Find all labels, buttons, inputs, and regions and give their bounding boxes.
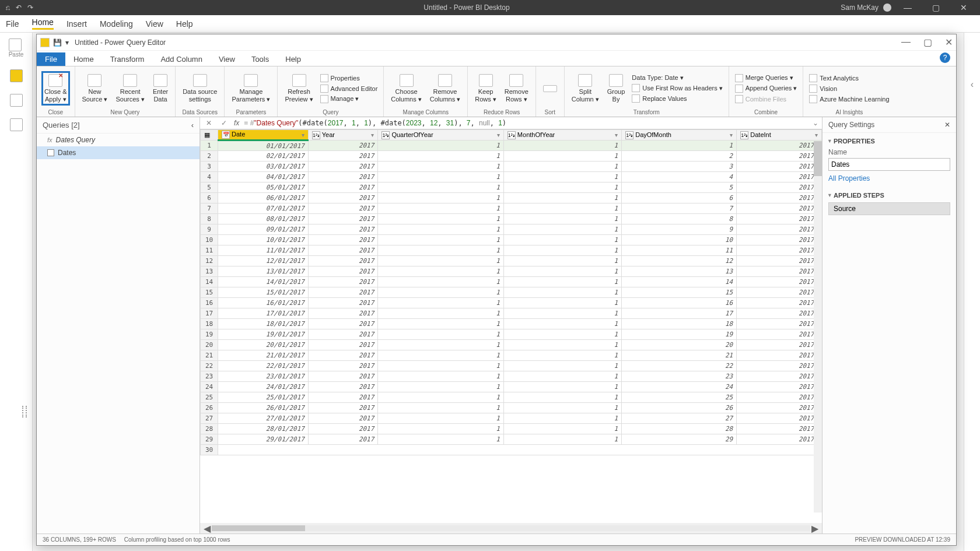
cell-month[interactable]: 1 <box>503 424 621 434</box>
row-header[interactable]: 30 <box>201 445 218 455</box>
menu-view[interactable]: View <box>146 19 163 29</box>
properties-section-title[interactable]: PROPERTIES <box>828 138 950 145</box>
cell-year[interactable]: 2017 <box>308 183 377 193</box>
cell-quarter[interactable]: 1 <box>378 392 503 403</box>
cell-dateint[interactable]: 20170 <box>737 413 822 424</box>
cell-date[interactable]: 03/01/2017 <box>218 162 309 172</box>
type-icon[interactable]: 1²₃ <box>312 131 320 139</box>
row-header[interactable]: 18 <box>201 319 218 329</box>
cell-year[interactable]: 2017 <box>308 329 377 340</box>
cell-day[interactable]: 1 <box>622 141 737 151</box>
row-header[interactable]: 9 <box>201 224 218 235</box>
column-header-quarterofyear[interactable]: 1²₃ QuarterOfYear▾ <box>378 130 503 141</box>
row-header[interactable]: 10 <box>201 235 218 245</box>
type-icon[interactable]: 1²₃ <box>382 131 390 139</box>
cell-day[interactable]: 9 <box>622 224 737 235</box>
cell-year[interactable]: 2017 <box>308 162 377 172</box>
cell-date[interactable]: 19/01/2017 <box>218 329 309 340</box>
data-type-dropdown[interactable]: Data Type: Date ▾ <box>631 73 723 82</box>
cell-quarter[interactable]: 1 <box>378 382 503 392</box>
row-header[interactable]: 11 <box>201 245 218 256</box>
append-queries-button[interactable]: Append Queries ▾ <box>734 84 799 93</box>
enter-data-button[interactable]: Enter Data <box>150 73 170 103</box>
cell-month[interactable]: 1 <box>503 172 621 183</box>
first-row-headers-button[interactable]: Use First Row as Headers ▾ <box>631 83 723 93</box>
table-row[interactable]: 10 10/01/2017 2017 1 1 10 20170 <box>201 235 822 245</box>
column-header-date[interactable]: 📅 Date▾ <box>218 130 309 141</box>
table-row[interactable]: 12 12/01/2017 2017 1 1 12 20170 <box>201 256 822 266</box>
row-header[interactable]: 2 <box>201 151 218 162</box>
cell-quarter[interactable]: 1 <box>378 162 503 172</box>
cell-date[interactable]: 09/01/2017 <box>218 224 309 235</box>
cell-month[interactable]: 1 <box>503 350 621 361</box>
row-header[interactable]: 20 <box>201 340 218 350</box>
cell-month[interactable]: 1 <box>503 193 621 203</box>
table-row[interactable]: 25 25/01/2017 2017 1 1 25 20170 <box>201 392 822 403</box>
table-row[interactable]: 6 06/01/2017 2017 1 1 6 20170 <box>201 193 822 203</box>
cell-dateint[interactable]: 20170 <box>737 392 822 403</box>
table-row[interactable]: 14 14/01/2017 2017 1 1 14 20170 <box>201 277 822 287</box>
table-row[interactable]: 9 09/01/2017 2017 1 1 9 20170 <box>201 224 822 235</box>
user-name[interactable]: Sam McKay <box>841 3 878 12</box>
cell-month[interactable]: 1 <box>503 329 621 340</box>
cell-dateint[interactable]: 20170 <box>737 361 822 371</box>
cell-quarter[interactable]: 1 <box>378 371 503 382</box>
formula-expand-icon[interactable]: ⌄ <box>813 119 818 127</box>
cell-quarter[interactable]: 1 <box>378 298 503 308</box>
cell-day[interactable]: 14 <box>622 277 737 287</box>
cell-day[interactable]: 12 <box>622 256 737 266</box>
cell-day[interactable]: 29 <box>622 434 737 445</box>
cell-date[interactable]: 23/01/2017 <box>218 371 309 382</box>
horizontal-scrollbar[interactable]: ◀ ▶ <box>200 523 822 534</box>
cell-month[interactable]: 1 <box>503 224 621 235</box>
cell-dateint[interactable]: 20170 <box>737 350 822 361</box>
new-source-button[interactable]: New Source ▾ <box>80 73 110 103</box>
cell-quarter[interactable]: 1 <box>378 183 503 193</box>
cell-day[interactable]: 5 <box>622 183 737 193</box>
row-header[interactable]: 29 <box>201 434 218 445</box>
query-item-dates-query[interactable]: Dates Query <box>37 134 200 146</box>
cell-year[interactable]: 2017 <box>308 298 377 308</box>
menu-insert[interactable]: Insert <box>66 19 87 29</box>
pqe-close-button[interactable]: ✕ <box>945 37 953 48</box>
cell-dateint[interactable]: 20170 <box>737 193 822 203</box>
cell-year[interactable]: 2017 <box>308 172 377 183</box>
table-row[interactable]: 26 26/01/2017 2017 1 1 26 20170 <box>201 403 822 413</box>
filters-collapsed-pane[interactable]: ‹ <box>964 33 980 551</box>
menu-file[interactable]: File <box>6 19 19 29</box>
query-name-input[interactable] <box>828 158 950 171</box>
vision-button[interactable]: Vision <box>808 84 890 93</box>
scroll-left-icon[interactable]: ◀ <box>202 523 212 534</box>
row-header[interactable]: 23 <box>201 371 218 382</box>
cell-year[interactable]: 2017 <box>308 224 377 235</box>
cell-dateint[interactable]: 20170 <box>737 424 822 434</box>
cell-year[interactable]: 2017 <box>308 266 377 277</box>
cell-year[interactable]: 2017 <box>308 392 377 403</box>
table-row[interactable]: 2 02/01/2017 2017 1 1 2 20170 <box>201 151 822 162</box>
cell-month[interactable]: 1 <box>503 308 621 319</box>
table-row[interactable]: 16 16/01/2017 2017 1 1 16 20170 <box>201 298 822 308</box>
cell-year[interactable]: 2017 <box>308 141 377 151</box>
pqe-minimize-button[interactable]: — <box>901 37 911 48</box>
cell-day[interactable]: 19 <box>622 329 737 340</box>
settings-close-icon[interactable]: ✕ <box>944 121 950 129</box>
cell-day[interactable]: 21 <box>622 350 737 361</box>
minimize-button[interactable]: — <box>896 3 919 12</box>
cell-year[interactable]: 2017 <box>308 245 377 256</box>
cell-date[interactable]: 25/01/2017 <box>218 392 309 403</box>
cell-month[interactable]: 1 <box>503 266 621 277</box>
table-row[interactable]: 17 17/01/2017 2017 1 1 17 20170 <box>201 308 822 319</box>
cell-month[interactable]: 1 <box>503 382 621 392</box>
cell-quarter[interactable]: 1 <box>378 235 503 245</box>
cell-year[interactable]: 2017 <box>308 256 377 266</box>
cell-dateint[interactable]: 20170 <box>737 266 822 277</box>
cell-date[interactable]: 06/01/2017 <box>218 193 309 203</box>
cell-day[interactable]: 15 <box>622 287 737 298</box>
cell-dateint[interactable]: 20170 <box>737 403 822 413</box>
cell-dateint[interactable]: 20170 <box>737 224 822 235</box>
step-source[interactable]: Source <box>828 202 950 215</box>
table-row[interactable]: 20 20/01/2017 2017 1 1 20 20170 <box>201 340 822 350</box>
table-row[interactable]: 19 19/01/2017 2017 1 1 19 20170 <box>201 329 822 340</box>
cell-quarter[interactable]: 1 <box>378 308 503 319</box>
cell-day[interactable]: 28 <box>622 424 737 434</box>
